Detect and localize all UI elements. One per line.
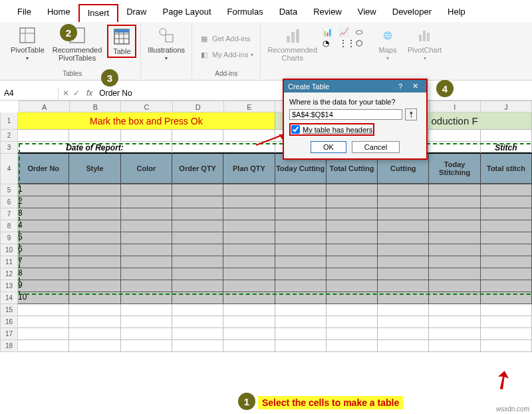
tab-help[interactable]: Help	[440, 4, 473, 22]
cell[interactable]	[327, 256, 378, 268]
cell[interactable]	[378, 220, 429, 232]
cell[interactable]	[69, 304, 120, 316]
col-header[interactable]: D	[173, 101, 224, 112]
name-box[interactable]: A4	[0, 87, 59, 99]
cell[interactable]	[172, 268, 223, 280]
close-icon[interactable]: ✕	[408, 82, 422, 91]
ok-button[interactable]: OK	[311, 141, 346, 153]
cell[interactable]	[378, 316, 429, 328]
cell[interactable]: 3	[18, 208, 69, 220]
table-button[interactable]: Table	[107, 25, 136, 58]
cell[interactable]	[69, 130, 120, 142]
tab-view[interactable]: View	[350, 4, 384, 22]
enter-icon[interactable]: ✓	[73, 89, 80, 98]
cell[interactable]	[275, 280, 327, 292]
cell[interactable]	[481, 208, 532, 220]
my-addins-button[interactable]: ◧ My Add-ins ▾	[196, 48, 256, 61]
get-addins-button[interactable]: ▦ Get Add-ins	[196, 32, 253, 45]
cell[interactable]	[121, 184, 172, 196]
cell[interactable]	[429, 232, 480, 244]
cell[interactable]	[378, 304, 429, 316]
cell[interactable]	[378, 196, 429, 208]
chart-type-icon[interactable]: ⬡	[356, 39, 370, 48]
cell[interactable]	[18, 340, 69, 352]
cell[interactable]	[223, 328, 275, 340]
cell[interactable]	[327, 232, 378, 244]
cell[interactable]	[121, 316, 172, 328]
cell[interactable]	[429, 292, 480, 304]
row-header[interactable]: 7	[0, 208, 18, 220]
cell[interactable]: Date of Report:	[18, 142, 172, 154]
cancel-icon[interactable]: ✕	[63, 89, 69, 98]
col-header[interactable]: E	[224, 101, 275, 112]
cell[interactable]	[429, 340, 480, 352]
cell[interactable]: 1	[18, 184, 69, 196]
chart-type-icon[interactable]: ◔	[323, 39, 337, 48]
cell[interactable]: Style	[69, 154, 120, 184]
cell[interactable]	[378, 268, 429, 280]
cell[interactable]: Today Stitching	[429, 154, 480, 184]
illustrations-button[interactable]: Illustrations ▾	[145, 25, 188, 63]
cell[interactable]	[327, 268, 378, 280]
cell[interactable]	[69, 292, 120, 304]
cell[interactable]: Stitch	[481, 142, 532, 154]
cell[interactable]	[172, 208, 223, 220]
cell[interactable]	[223, 268, 275, 280]
col-header[interactable]: B	[70, 101, 121, 112]
cell[interactable]	[275, 196, 327, 208]
pivottable-button[interactable]: PivotTable ▾	[8, 25, 47, 63]
cell[interactable]	[69, 196, 120, 208]
row-header[interactable]: 2	[0, 130, 18, 142]
cell[interactable]	[69, 244, 120, 256]
cell[interactable]	[121, 232, 172, 244]
cell[interactable]	[172, 220, 223, 232]
cell[interactable]: 2	[18, 196, 69, 208]
cell[interactable]	[121, 196, 172, 208]
cell[interactable]	[327, 220, 378, 232]
cell[interactable]	[275, 184, 327, 196]
tab-formulas[interactable]: Formulas	[219, 4, 271, 22]
tab-file[interactable]: File	[9, 4, 39, 22]
cell[interactable]	[481, 328, 532, 340]
cell[interactable]	[121, 340, 172, 352]
row-header[interactable]: 6	[0, 196, 18, 208]
cell[interactable]	[121, 256, 172, 268]
row-header[interactable]: 16	[0, 316, 18, 328]
cell[interactable]	[275, 292, 327, 304]
range-select-icon[interactable]: ⭱	[405, 108, 417, 120]
cell[interactable]	[275, 208, 327, 220]
cell[interactable]	[429, 220, 480, 232]
cell[interactable]: 4	[18, 220, 69, 232]
cell[interactable]	[429, 196, 480, 208]
cell[interactable]	[121, 268, 172, 280]
cell[interactable]	[429, 316, 480, 328]
cell[interactable]	[223, 340, 275, 352]
cell[interactable]	[69, 256, 120, 268]
cell[interactable]	[378, 256, 429, 268]
cell[interactable]	[121, 292, 172, 304]
range-input[interactable]	[289, 109, 402, 120]
chart-type-icon[interactable]: ⋮⋮	[339, 39, 354, 48]
cell[interactable]	[223, 304, 275, 316]
row-header[interactable]: 13	[0, 280, 18, 292]
row-header[interactable]: 3	[0, 142, 18, 154]
cell[interactable]	[69, 232, 120, 244]
fx-icon[interactable]: fx	[84, 89, 95, 98]
cell[interactable]	[121, 130, 172, 142]
row-header[interactable]: 10	[0, 244, 18, 256]
cell[interactable]	[481, 232, 532, 244]
recommended-pivot-button[interactable]: Recommended PivotTables	[50, 25, 105, 63]
row-header[interactable]: 17	[0, 328, 18, 340]
cancel-button[interactable]: Cancel	[352, 141, 400, 153]
cell[interactable]: 7	[18, 256, 69, 268]
cell[interactable]	[69, 328, 120, 340]
cell[interactable]	[481, 220, 532, 232]
cell[interactable]	[69, 340, 120, 352]
cell[interactable]	[327, 292, 378, 304]
cell[interactable]	[481, 280, 532, 292]
maps-button[interactable]: 🌐 Maps ▾	[373, 25, 402, 63]
cell[interactable]	[429, 244, 480, 256]
recommended-charts-button[interactable]: Recommended Charts	[265, 25, 320, 63]
cell[interactable]	[378, 340, 429, 352]
cell[interactable]	[429, 208, 480, 220]
